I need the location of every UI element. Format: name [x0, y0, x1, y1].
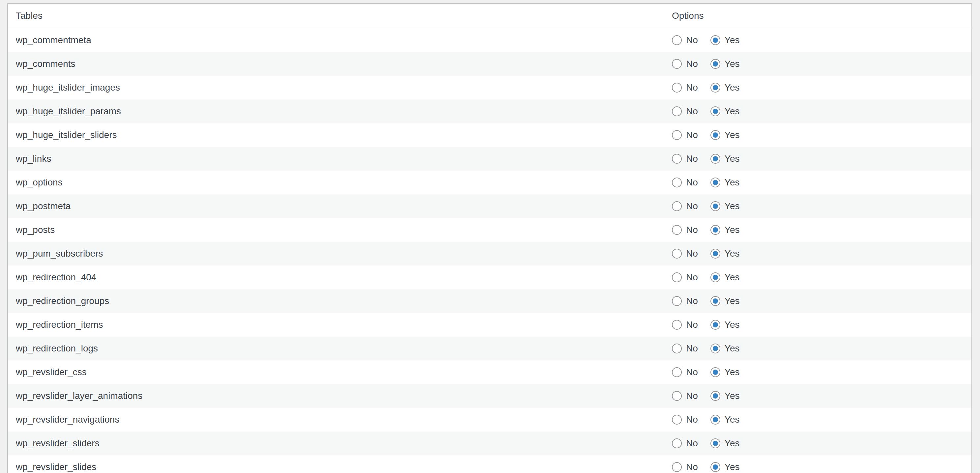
no-radio[interactable] [672, 344, 682, 354]
no-radio[interactable] [672, 320, 682, 330]
no-radio-label[interactable]: No [686, 130, 698, 140]
yes-radio-option[interactable]: Yes [710, 225, 740, 235]
yes-radio-option[interactable]: Yes [710, 367, 740, 378]
no-radio-option[interactable]: No [672, 225, 698, 235]
yes-radio[interactable] [710, 415, 720, 425]
yes-radio-option[interactable]: Yes [710, 438, 740, 449]
yes-radio-option[interactable]: Yes [710, 343, 740, 354]
yes-radio-label[interactable]: Yes [725, 106, 740, 117]
yes-radio-label[interactable]: Yes [725, 59, 740, 69]
no-radio[interactable] [672, 367, 682, 377]
yes-radio-option[interactable]: Yes [710, 154, 740, 164]
no-radio-label[interactable]: No [686, 201, 698, 211]
no-radio-option[interactable]: No [672, 35, 698, 46]
no-radio-option[interactable]: No [672, 177, 698, 188]
no-radio-option[interactable]: No [672, 248, 698, 259]
no-radio-label[interactable]: No [686, 414, 698, 425]
yes-radio-label[interactable]: Yes [725, 272, 740, 283]
no-radio[interactable] [672, 225, 682, 235]
no-radio[interactable] [672, 154, 682, 164]
no-radio-option[interactable]: No [672, 106, 698, 117]
yes-radio-label[interactable]: Yes [725, 319, 740, 330]
yes-radio-label[interactable]: Yes [725, 130, 740, 140]
yes-radio-label[interactable]: Yes [725, 414, 740, 425]
no-radio[interactable] [672, 415, 682, 425]
no-radio[interactable] [672, 391, 682, 401]
no-radio-label[interactable]: No [686, 296, 698, 306]
yes-radio[interactable] [710, 154, 720, 164]
no-radio-option[interactable]: No [672, 438, 698, 449]
no-radio-label[interactable]: No [686, 367, 698, 378]
yes-radio-label[interactable]: Yes [725, 343, 740, 354]
no-radio-label[interactable]: No [686, 106, 698, 117]
yes-radio-label[interactable]: Yes [725, 201, 740, 211]
no-radio-option[interactable]: No [672, 414, 698, 425]
no-radio-option[interactable]: No [672, 130, 698, 140]
no-radio[interactable] [672, 438, 682, 448]
yes-radio[interactable] [710, 391, 720, 401]
no-radio-label[interactable]: No [686, 83, 698, 93]
no-radio-option[interactable]: No [672, 296, 698, 306]
no-radio-label[interactable]: No [686, 319, 698, 330]
yes-radio-option[interactable]: Yes [710, 83, 740, 93]
yes-radio[interactable] [710, 83, 720, 92]
no-radio[interactable] [672, 106, 682, 116]
yes-radio-option[interactable]: Yes [710, 35, 740, 46]
no-radio-label[interactable]: No [686, 225, 698, 235]
yes-radio[interactable] [710, 344, 720, 354]
yes-radio-option[interactable]: Yes [710, 130, 740, 140]
no-radio[interactable] [672, 272, 682, 282]
yes-radio-label[interactable]: Yes [725, 462, 740, 472]
no-radio-option[interactable]: No [672, 367, 698, 378]
yes-radio[interactable] [710, 225, 720, 235]
no-radio[interactable] [672, 59, 682, 69]
yes-radio[interactable] [710, 59, 720, 69]
yes-radio[interactable] [710, 296, 720, 306]
no-radio[interactable] [672, 130, 682, 140]
no-radio-option[interactable]: No [672, 319, 698, 330]
yes-radio-label[interactable]: Yes [725, 296, 740, 306]
no-radio-option[interactable]: No [672, 154, 698, 164]
yes-radio[interactable] [710, 106, 720, 116]
yes-radio[interactable] [710, 367, 720, 377]
no-radio-label[interactable]: No [686, 177, 698, 188]
no-radio-label[interactable]: No [686, 390, 698, 401]
yes-radio[interactable] [710, 35, 720, 45]
yes-radio-label[interactable]: Yes [725, 390, 740, 401]
no-radio[interactable] [672, 462, 682, 472]
yes-radio-label[interactable]: Yes [725, 154, 740, 164]
no-radio[interactable] [672, 35, 682, 45]
yes-radio[interactable] [710, 249, 720, 259]
yes-radio[interactable] [710, 178, 720, 187]
yes-radio-option[interactable]: Yes [710, 272, 740, 283]
yes-radio-option[interactable]: Yes [710, 59, 740, 69]
no-radio[interactable] [672, 178, 682, 187]
no-radio-label[interactable]: No [686, 438, 698, 449]
yes-radio-label[interactable]: Yes [725, 248, 740, 259]
yes-radio-option[interactable]: Yes [710, 106, 740, 117]
no-radio-label[interactable]: No [686, 343, 698, 354]
yes-radio-option[interactable]: Yes [710, 201, 740, 211]
yes-radio-label[interactable]: Yes [725, 438, 740, 449]
yes-radio[interactable] [710, 462, 720, 472]
yes-radio-option[interactable]: Yes [710, 462, 740, 472]
yes-radio[interactable] [710, 272, 720, 282]
no-radio-label[interactable]: No [686, 462, 698, 472]
yes-radio-option[interactable]: Yes [710, 248, 740, 259]
no-radio-label[interactable]: No [686, 272, 698, 283]
yes-radio-option[interactable]: Yes [710, 296, 740, 306]
yes-radio[interactable] [710, 438, 720, 448]
no-radio-label[interactable]: No [686, 35, 698, 46]
no-radio-option[interactable]: No [672, 59, 698, 69]
yes-radio-label[interactable]: Yes [725, 225, 740, 235]
no-radio[interactable] [672, 249, 682, 259]
no-radio-label[interactable]: No [686, 154, 698, 164]
no-radio-option[interactable]: No [672, 462, 698, 472]
yes-radio-label[interactable]: Yes [725, 83, 740, 93]
yes-radio-option[interactable]: Yes [710, 390, 740, 401]
no-radio-option[interactable]: No [672, 272, 698, 283]
yes-radio-label[interactable]: Yes [725, 35, 740, 46]
yes-radio[interactable] [710, 320, 720, 330]
no-radio[interactable] [672, 201, 682, 211]
yes-radio-option[interactable]: Yes [710, 414, 740, 425]
